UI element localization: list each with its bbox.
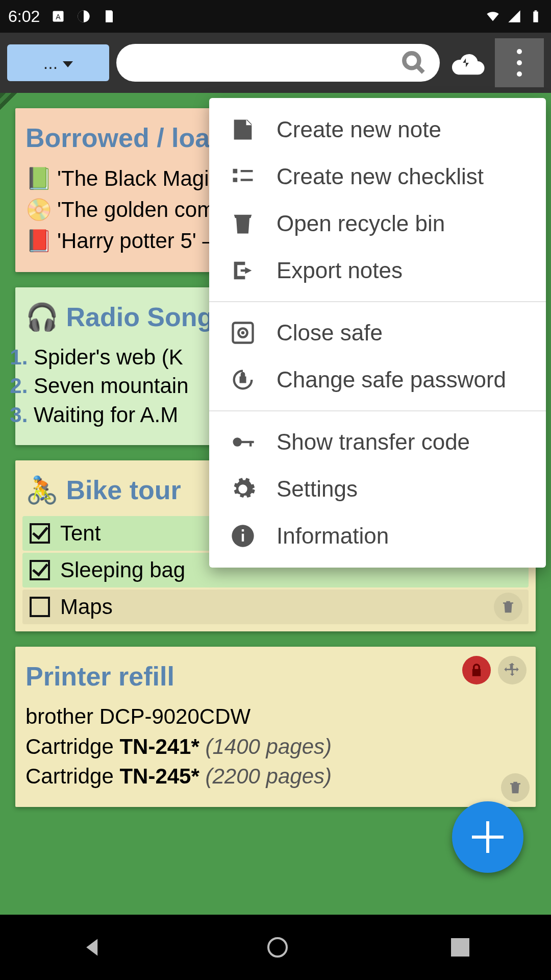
overflow-menu-button[interactable]: [495, 38, 544, 87]
export-icon: [230, 257, 256, 284]
key-icon: [230, 429, 256, 455]
trash-icon: [230, 210, 256, 237]
sync-button[interactable]: [447, 42, 488, 83]
svg-rect-14: [242, 534, 244, 542]
home-button[interactable]: [267, 937, 288, 958]
printer-cartridge-row: Cartridge TN-245* (2200 pages): [26, 762, 525, 792]
search-icon: [401, 50, 427, 76]
svg-rect-15: [242, 529, 244, 531]
lock-icon: [469, 663, 484, 678]
menu-create-note[interactable]: Create new note: [209, 106, 546, 153]
svg-rect-12: [249, 441, 252, 447]
printer-cartridge-row: Cartridge TN-241* (1400 pages): [26, 732, 525, 762]
info-icon: [230, 523, 256, 549]
menu-divider: [209, 410, 546, 411]
svg-point-9: [241, 331, 245, 335]
battery-icon: [529, 9, 543, 23]
cloud-sync-icon: [449, 50, 485, 76]
add-note-fab[interactable]: [452, 801, 523, 873]
printer-model: brother DCP-9020CDW: [26, 702, 525, 732]
move-icon: [504, 662, 521, 679]
app-icon: [77, 9, 91, 23]
lock-rotate-icon: [230, 366, 256, 393]
menu-information[interactable]: Information: [209, 512, 546, 559]
note-title: Printer refill: [26, 661, 525, 692]
status-bar: 6:02 A: [0, 0, 551, 33]
more-vert-icon: [517, 49, 522, 77]
category-dropdown[interactable]: ...: [7, 44, 109, 81]
checklist-icon: [230, 163, 256, 190]
menu-export-notes[interactable]: Export notes: [209, 247, 546, 294]
menu-transfer-code[interactable]: Show transfer code: [209, 419, 546, 465]
move-note-button[interactable]: [498, 656, 527, 684]
gear-icon: [230, 476, 256, 502]
chevron-down-icon: [63, 61, 73, 67]
menu-change-password[interactable]: Change safe password: [209, 356, 546, 403]
menu-settings[interactable]: Settings: [209, 465, 546, 512]
wifi-icon: [486, 9, 500, 23]
system-nav-bar: [0, 915, 551, 980]
trash-icon: [500, 599, 516, 615]
menu-divider: [209, 301, 546, 302]
checkbox-checked-icon[interactable]: [30, 523, 50, 544]
svg-text:A: A: [56, 13, 61, 21]
svg-rect-3: [533, 12, 538, 22]
overflow-menu: Create new note Create new checklist Ope…: [209, 98, 546, 568]
menu-recycle-bin[interactable]: Open recycle bin: [209, 200, 546, 247]
delete-note-button[interactable]: [501, 773, 530, 802]
checkbox-checked-icon[interactable]: [30, 560, 50, 580]
svg-point-10: [233, 437, 242, 446]
svg-rect-4: [535, 10, 537, 11]
note-printer-refill[interactable]: Printer refill brother DCP-9020CDW Cartr…: [15, 647, 536, 807]
safe-icon: [230, 320, 256, 346]
app-bar: ...: [0, 33, 551, 93]
delete-item-button[interactable]: [494, 593, 522, 621]
recents-button[interactable]: [451, 938, 469, 957]
menu-close-safe[interactable]: Close safe: [209, 309, 546, 356]
svg-line-6: [417, 66, 423, 72]
sd-icon: [102, 9, 116, 23]
svg-rect-11: [241, 441, 254, 443]
search-input[interactable]: [116, 44, 440, 82]
signal-icon: [507, 9, 521, 23]
category-label: ...: [43, 53, 58, 73]
keyboard-icon: A: [51, 9, 65, 23]
trash-icon: [508, 779, 523, 796]
clock: 6:02: [8, 7, 40, 26]
back-button[interactable]: [82, 936, 104, 959]
locked-badge[interactable]: [462, 656, 491, 684]
checkbox-unchecked-icon[interactable]: [30, 597, 50, 617]
checklist-item[interactable]: Maps: [22, 590, 529, 624]
svg-point-5: [404, 53, 419, 68]
menu-create-checklist[interactable]: Create new checklist: [209, 153, 546, 200]
note-icon: [230, 116, 256, 143]
